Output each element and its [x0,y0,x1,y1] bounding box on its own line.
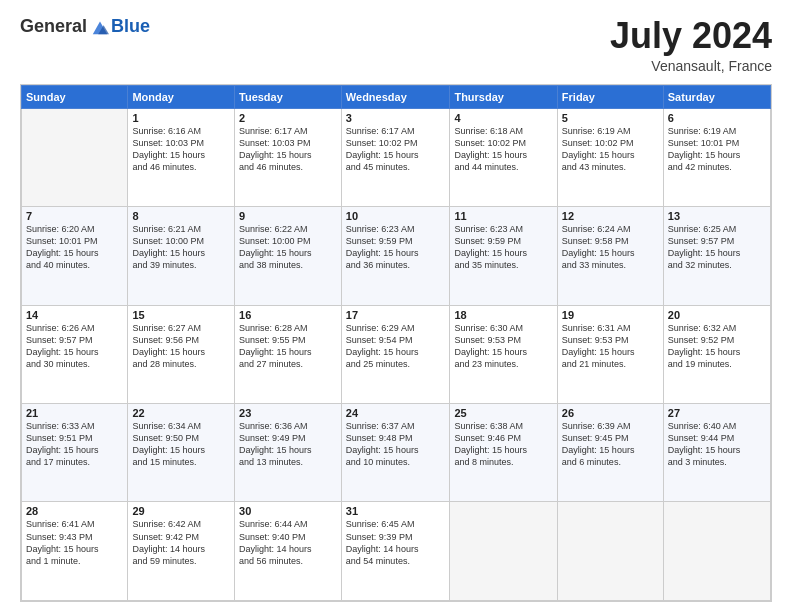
calendar-cell: 16Sunrise: 6:28 AM Sunset: 9:55 PM Dayli… [235,305,342,403]
calendar-cell [663,502,770,601]
calendar-cell: 31Sunrise: 6:45 AM Sunset: 9:39 PM Dayli… [341,502,450,601]
day-info: Sunrise: 6:25 AM Sunset: 9:57 PM Dayligh… [668,223,766,272]
day-info: Sunrise: 6:33 AM Sunset: 9:51 PM Dayligh… [26,420,123,469]
calendar-week-5: 28Sunrise: 6:41 AM Sunset: 9:43 PM Dayli… [22,502,771,601]
calendar-cell: 11Sunrise: 6:23 AM Sunset: 9:59 PM Dayli… [450,207,557,305]
calendar-cell: 24Sunrise: 6:37 AM Sunset: 9:48 PM Dayli… [341,404,450,502]
day-info: Sunrise: 6:19 AM Sunset: 10:01 PM Daylig… [668,125,766,174]
day-info: Sunrise: 6:37 AM Sunset: 9:48 PM Dayligh… [346,420,446,469]
day-number: 15 [132,309,230,321]
day-number: 28 [26,505,123,517]
logo-blue: Blue [111,16,150,37]
day-info: Sunrise: 6:16 AM Sunset: 10:03 PM Daylig… [132,125,230,174]
day-number: 9 [239,210,337,222]
day-info: Sunrise: 6:44 AM Sunset: 9:40 PM Dayligh… [239,518,337,567]
calendar-cell: 21Sunrise: 6:33 AM Sunset: 9:51 PM Dayli… [22,404,128,502]
day-info: Sunrise: 6:24 AM Sunset: 9:58 PM Dayligh… [562,223,659,272]
day-info: Sunrise: 6:40 AM Sunset: 9:44 PM Dayligh… [668,420,766,469]
day-number: 29 [132,505,230,517]
day-info: Sunrise: 6:20 AM Sunset: 10:01 PM Daylig… [26,223,123,272]
logo: General Blue [20,16,150,37]
calendar-cell: 13Sunrise: 6:25 AM Sunset: 9:57 PM Dayli… [663,207,770,305]
col-monday: Monday [128,85,235,108]
day-number: 11 [454,210,552,222]
col-wednesday: Wednesday [341,85,450,108]
calendar-cell: 4Sunrise: 6:18 AM Sunset: 10:02 PM Dayli… [450,108,557,206]
calendar-cell: 1Sunrise: 6:16 AM Sunset: 10:03 PM Dayli… [128,108,235,206]
day-info: Sunrise: 6:34 AM Sunset: 9:50 PM Dayligh… [132,420,230,469]
day-info: Sunrise: 6:36 AM Sunset: 9:49 PM Dayligh… [239,420,337,469]
calendar-week-4: 21Sunrise: 6:33 AM Sunset: 9:51 PM Dayli… [22,404,771,502]
calendar-week-2: 7Sunrise: 6:20 AM Sunset: 10:01 PM Dayli… [22,207,771,305]
calendar-cell: 14Sunrise: 6:26 AM Sunset: 9:57 PM Dayli… [22,305,128,403]
col-tuesday: Tuesday [235,85,342,108]
day-info: Sunrise: 6:18 AM Sunset: 10:02 PM Daylig… [454,125,552,174]
calendar-cell: 10Sunrise: 6:23 AM Sunset: 9:59 PM Dayli… [341,207,450,305]
logo-icon [91,18,109,36]
day-info: Sunrise: 6:26 AM Sunset: 9:57 PM Dayligh… [26,322,123,371]
day-number: 2 [239,112,337,124]
calendar-cell: 15Sunrise: 6:27 AM Sunset: 9:56 PM Dayli… [128,305,235,403]
calendar-cell: 18Sunrise: 6:30 AM Sunset: 9:53 PM Dayli… [450,305,557,403]
location: Venansault, France [610,58,772,74]
day-number: 31 [346,505,446,517]
day-number: 22 [132,407,230,419]
col-thursday: Thursday [450,85,557,108]
day-number: 14 [26,309,123,321]
day-number: 12 [562,210,659,222]
calendar-cell: 7Sunrise: 6:20 AM Sunset: 10:01 PM Dayli… [22,207,128,305]
day-number: 26 [562,407,659,419]
logo-text: General Blue [20,16,150,37]
day-number: 4 [454,112,552,124]
day-number: 19 [562,309,659,321]
calendar-cell: 26Sunrise: 6:39 AM Sunset: 9:45 PM Dayli… [557,404,663,502]
calendar-table: Sunday Monday Tuesday Wednesday Thursday… [21,85,771,601]
day-info: Sunrise: 6:32 AM Sunset: 9:52 PM Dayligh… [668,322,766,371]
day-info: Sunrise: 6:27 AM Sunset: 9:56 PM Dayligh… [132,322,230,371]
col-saturday: Saturday [663,85,770,108]
day-number: 8 [132,210,230,222]
calendar-cell [557,502,663,601]
day-number: 20 [668,309,766,321]
day-number: 5 [562,112,659,124]
day-number: 7 [26,210,123,222]
calendar-cell: 20Sunrise: 6:32 AM Sunset: 9:52 PM Dayli… [663,305,770,403]
day-number: 21 [26,407,123,419]
calendar-cell: 8Sunrise: 6:21 AM Sunset: 10:00 PM Dayli… [128,207,235,305]
day-info: Sunrise: 6:28 AM Sunset: 9:55 PM Dayligh… [239,322,337,371]
col-sunday: Sunday [22,85,128,108]
calendar-cell: 5Sunrise: 6:19 AM Sunset: 10:02 PM Dayli… [557,108,663,206]
title-area: July 2024 Venansault, France [610,16,772,74]
calendar-header: Sunday Monday Tuesday Wednesday Thursday… [22,85,771,108]
day-info: Sunrise: 6:17 AM Sunset: 10:03 PM Daylig… [239,125,337,174]
calendar-cell: 9Sunrise: 6:22 AM Sunset: 10:00 PM Dayli… [235,207,342,305]
day-number: 23 [239,407,337,419]
day-info: Sunrise: 6:29 AM Sunset: 9:54 PM Dayligh… [346,322,446,371]
calendar-cell [450,502,557,601]
day-number: 27 [668,407,766,419]
calendar-cell: 23Sunrise: 6:36 AM Sunset: 9:49 PM Dayli… [235,404,342,502]
calendar-cell: 6Sunrise: 6:19 AM Sunset: 10:01 PM Dayli… [663,108,770,206]
calendar-cell: 19Sunrise: 6:31 AM Sunset: 9:53 PM Dayli… [557,305,663,403]
page: General Blue July 2024 Venansault, Franc… [0,0,792,612]
calendar-week-3: 14Sunrise: 6:26 AM Sunset: 9:57 PM Dayli… [22,305,771,403]
day-number: 24 [346,407,446,419]
day-number: 18 [454,309,552,321]
day-info: Sunrise: 6:19 AM Sunset: 10:02 PM Daylig… [562,125,659,174]
day-info: Sunrise: 6:45 AM Sunset: 9:39 PM Dayligh… [346,518,446,567]
calendar-week-1: 1Sunrise: 6:16 AM Sunset: 10:03 PM Dayli… [22,108,771,206]
day-info: Sunrise: 6:41 AM Sunset: 9:43 PM Dayligh… [26,518,123,567]
day-number: 25 [454,407,552,419]
day-number: 3 [346,112,446,124]
calendar-cell: 12Sunrise: 6:24 AM Sunset: 9:58 PM Dayli… [557,207,663,305]
calendar-cell: 30Sunrise: 6:44 AM Sunset: 9:40 PM Dayli… [235,502,342,601]
header-row: Sunday Monday Tuesday Wednesday Thursday… [22,85,771,108]
day-info: Sunrise: 6:23 AM Sunset: 9:59 PM Dayligh… [454,223,552,272]
day-number: 17 [346,309,446,321]
calendar-cell: 17Sunrise: 6:29 AM Sunset: 9:54 PM Dayli… [341,305,450,403]
calendar: Sunday Monday Tuesday Wednesday Thursday… [20,84,772,602]
calendar-cell: 28Sunrise: 6:41 AM Sunset: 9:43 PM Dayli… [22,502,128,601]
day-info: Sunrise: 6:22 AM Sunset: 10:00 PM Daylig… [239,223,337,272]
day-info: Sunrise: 6:31 AM Sunset: 9:53 PM Dayligh… [562,322,659,371]
calendar-cell: 25Sunrise: 6:38 AM Sunset: 9:46 PM Dayli… [450,404,557,502]
